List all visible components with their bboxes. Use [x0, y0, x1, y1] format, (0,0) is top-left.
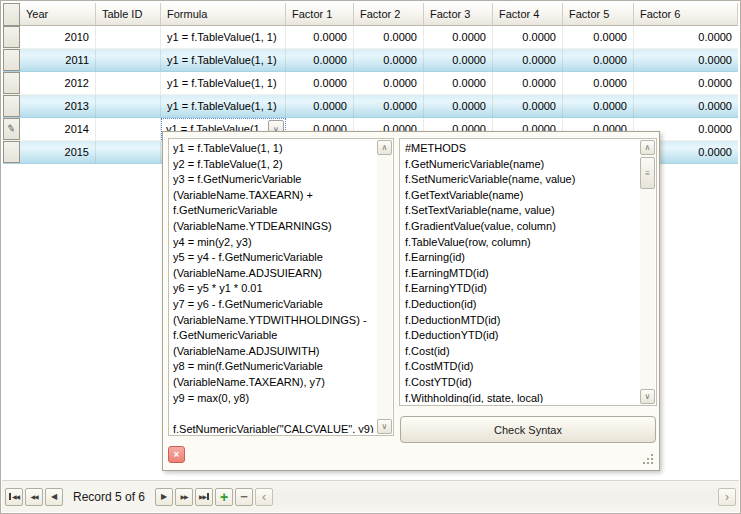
cell-factor-5[interactable]: 0.0000: [563, 49, 634, 71]
row-indicator-editing[interactable]: ✎: [3, 118, 20, 140]
cell-year[interactable]: 2012: [20, 72, 96, 94]
cell-year[interactable]: 2011: [20, 49, 96, 71]
cell-factor-2[interactable]: 0.0000: [354, 72, 424, 94]
cell-factor-4[interactable]: 0.0000: [493, 72, 563, 94]
cell-factor-1[interactable]: 0.0000: [286, 72, 354, 94]
cell-factor-6[interactable]: 0.0000: [634, 72, 738, 94]
method-list-item[interactable]: f.Earning(id): [405, 250, 638, 266]
row-indicator[interactable]: [3, 95, 20, 117]
cell-table-id[interactable]: [96, 49, 161, 71]
cell-factor-6[interactable]: 0.0000: [634, 49, 738, 71]
check-syntax-button[interactable]: Check Syntax: [400, 416, 656, 443]
cell-year[interactable]: 2014: [20, 118, 96, 140]
scroll-left-button[interactable]: ‹: [255, 488, 273, 506]
memo-scrollbar[interactable]: ∧ ∨: [377, 140, 392, 434]
cell-factor-5[interactable]: 0.0000: [563, 95, 634, 117]
method-list-item[interactable]: f.CostMTD(id): [405, 359, 638, 375]
row-indicator[interactable]: [3, 141, 20, 163]
column-header-formula[interactable]: Formula: [161, 3, 286, 26]
column-header-factor-6[interactable]: Factor 6: [634, 3, 738, 26]
cell-factor-1[interactable]: 0.0000: [286, 49, 354, 71]
table-row[interactable]: 2012 y1 = f.TableValue(1, 1) 0.0000 0.00…: [3, 72, 738, 95]
cell-factor-3[interactable]: 0.0000: [424, 49, 493, 71]
scrollbar-thumb[interactable]: ≡: [640, 157, 655, 189]
column-header-factor-2[interactable]: Factor 2: [354, 3, 424, 26]
method-list-item[interactable]: f.Withholding(id, state, local): [405, 391, 638, 404]
cell-factor-4[interactable]: 0.0000: [493, 26, 563, 48]
cell-factor-2[interactable]: 0.0000: [354, 95, 424, 117]
table-row[interactable]: 2010 y1 = f.TableValue(1, 1) 0.0000 0.00…: [3, 26, 738, 49]
column-header-year[interactable]: Year: [20, 3, 96, 26]
method-list-item[interactable]: f.EarningMTD(id): [405, 266, 638, 282]
cell-table-id[interactable]: [96, 72, 161, 94]
method-list-item[interactable]: f.CostYTD(id): [405, 375, 638, 391]
cell-year[interactable]: 2013: [20, 95, 96, 117]
cell-table-id[interactable]: [96, 26, 161, 48]
cell-formula[interactable]: y1 = f.TableValue(1, 1): [161, 95, 286, 117]
cell-formula[interactable]: y1 = f.TableValue(1, 1): [161, 49, 286, 71]
scroll-up-button[interactable]: ∧: [640, 140, 655, 155]
cell-year[interactable]: 2015: [20, 141, 96, 163]
method-list-item[interactable]: f.GradientValue(value, column): [405, 219, 638, 235]
method-list-item[interactable]: f.Deduction(id): [405, 297, 638, 313]
cell-table-id[interactable]: [96, 95, 161, 117]
method-list-item[interactable]: f.SetNumericVariable(name, value): [405, 172, 638, 188]
method-list-item[interactable]: f.GetTextVariable(name): [405, 188, 638, 204]
cell-factor-4[interactable]: 0.0000: [493, 95, 563, 117]
row-indicator[interactable]: [3, 49, 20, 71]
cell-factor-5[interactable]: 0.0000: [563, 26, 634, 48]
cell-factor-4[interactable]: 0.0000: [493, 49, 563, 71]
column-header-table-id[interactable]: Table ID: [96, 3, 161, 26]
scroll-right-button[interactable]: ›: [718, 488, 736, 506]
last-record-button[interactable]: ▶▶: [195, 488, 213, 506]
cell-formula[interactable]: y1 = f.TableValue(1, 1): [161, 26, 286, 48]
cell-factor-6[interactable]: 0.0000: [634, 26, 738, 48]
method-list-item[interactable]: f.DeductionMTD(id): [405, 313, 638, 329]
prev-record-button[interactable]: ◀: [45, 488, 63, 506]
cell-factor-2[interactable]: 0.0000: [354, 49, 424, 71]
cell-factor-3[interactable]: 0.0000: [424, 95, 493, 117]
method-list-item[interactable]: f.GetNumericVariable(name): [405, 157, 638, 173]
method-list-item[interactable]: f.DeductionYTD(id): [405, 328, 638, 344]
scroll-down-button[interactable]: ∨: [640, 389, 655, 404]
cell-formula[interactable]: y1 = f.TableValue(1, 1): [161, 72, 286, 94]
row-indicator[interactable]: [3, 26, 20, 48]
scroll-down-button[interactable]: ∨: [377, 419, 392, 434]
cell-year[interactable]: 2010: [20, 26, 96, 48]
table-row[interactable]: 2011 y1 = f.TableValue(1, 1) 0.0000 0.00…: [3, 49, 738, 72]
method-list-item[interactable]: f.EarningYTD(id): [405, 281, 638, 297]
close-popup-button[interactable]: ×: [168, 446, 185, 463]
cell-table-id[interactable]: [96, 118, 161, 140]
horizontal-scrollbar[interactable]: ‹ ›: [255, 488, 736, 506]
cell-factor-2[interactable]: 0.0000: [354, 26, 424, 48]
cell-factor-1[interactable]: 0.0000: [286, 26, 354, 48]
column-header-factor-5[interactable]: Factor 5: [563, 3, 634, 26]
methods-listbox[interactable]: #METHODSf.GetNumericVariable(name)f.SetN…: [399, 138, 657, 406]
cell-factor-6[interactable]: 0.0000: [634, 95, 738, 117]
cell-table-id[interactable]: [96, 141, 161, 163]
resize-grip[interactable]: [651, 462, 653, 464]
delete-record-button[interactable]: −: [235, 488, 253, 506]
cell-factor-1[interactable]: 0.0000: [286, 95, 354, 117]
scrollbar-track[interactable]: [273, 489, 718, 505]
cell-factor-5[interactable]: 0.0000: [563, 72, 634, 94]
method-list-item[interactable]: f.Cost(id): [405, 344, 638, 360]
method-list-item[interactable]: #METHODS: [405, 141, 638, 157]
row-indicator[interactable]: [3, 72, 20, 94]
column-header-factor-1[interactable]: Factor 1: [286, 3, 354, 26]
cell-factor-3[interactable]: 0.0000: [424, 26, 493, 48]
append-record-button[interactable]: +: [215, 488, 233, 506]
methods-scrollbar[interactable]: ∧ ≡ ∨: [640, 140, 655, 404]
column-header-factor-3[interactable]: Factor 3: [424, 3, 493, 26]
formula-memo-edit[interactable]: y1 = f.TableValue(1, 1)y2 = f.TableValue…: [168, 138, 394, 436]
prev-page-button[interactable]: ◀◀: [25, 488, 43, 506]
next-page-button[interactable]: ▶▶: [175, 488, 193, 506]
column-header-factor-4[interactable]: Factor 4: [493, 3, 563, 26]
scroll-up-button[interactable]: ∧: [377, 140, 392, 155]
table-row[interactable]: 2013 y1 = f.TableValue(1, 1) 0.0000 0.00…: [3, 95, 738, 118]
first-record-button[interactable]: ◀◀: [5, 488, 23, 506]
method-list-item[interactable]: f.SetTextVariable(name, value): [405, 203, 638, 219]
next-record-button[interactable]: ▶: [155, 488, 173, 506]
method-list-item[interactable]: f.TableValue(row, column): [405, 235, 638, 251]
cell-factor-3[interactable]: 0.0000: [424, 72, 493, 94]
